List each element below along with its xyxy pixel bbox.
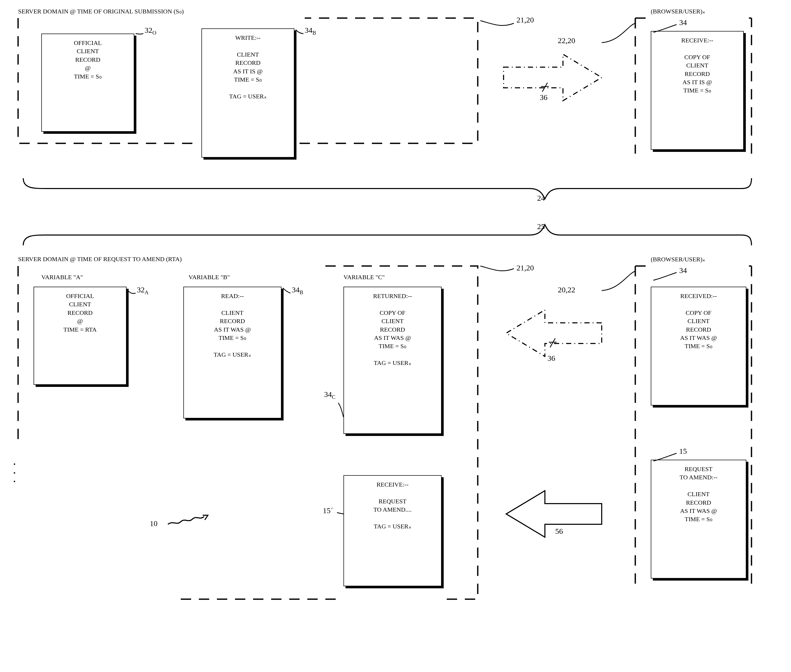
top-receive-copy-box: RECEIVE:-- COPY OF CLIENT RECORD AS IT I… bbox=[651, 31, 744, 150]
ref-34b-top: 34B bbox=[305, 26, 316, 36]
box-variable-a: OFFICIAL CLIENT RECORD @ TIME = RTA bbox=[34, 287, 126, 385]
ref-56: 56 bbox=[555, 527, 563, 536]
ref-34b-bottom: 34B bbox=[292, 285, 303, 296]
top-browser-label: (BROWSER/USER)ₓ bbox=[651, 8, 705, 15]
ref-36-bottom: 36 bbox=[548, 354, 555, 363]
ref-32a: 32A bbox=[137, 285, 149, 296]
ref-10: 10 bbox=[150, 519, 158, 528]
ref-36-top: 36 bbox=[540, 93, 548, 102]
ref-34-top: 34 bbox=[679, 18, 687, 27]
ref-34c: 34C bbox=[324, 390, 336, 400]
ref-15: 15 bbox=[679, 447, 687, 456]
ref-22-20-top: 22,20 bbox=[558, 36, 575, 45]
ref-20-22-bottom: 20,22 bbox=[558, 285, 575, 294]
variable-c-label: VARIABLE "C" bbox=[344, 274, 385, 281]
box-browser-request-amend: REQUEST TO AMEND:-- CLIENT RECORD AS IT … bbox=[651, 460, 746, 579]
top-official-client-record-box: OFFICIAL CLIENT RECORD @ TIME = S₀ bbox=[41, 34, 134, 132]
ref-34-bottom: 34 bbox=[679, 266, 687, 275]
diagram-root: SERVER DOMAIN @ TIME OF ORIGINAL SUBMISS… bbox=[8, 8, 757, 653]
box-variable-c: RETURNED:-- COPY OF CLIENT RECORD AS IT … bbox=[344, 287, 442, 434]
bottom-browser-label: (BROWSER/USER)ₓ bbox=[651, 256, 705, 263]
top-write-client-record-box: WRITE:-- CLIENT RECORD AS IT IS @ TIME =… bbox=[201, 29, 294, 158]
ref-21-20-top: 21,20 bbox=[516, 16, 534, 24]
bottom-server-domain-title: SERVER DOMAIN @ TIME OF REQUEST TO AMEND… bbox=[18, 256, 182, 262]
ref-21-20-bottom: 21,20 bbox=[516, 263, 534, 272]
box-browser-received: RECEIVED:-- COPY OF CLIENT RECORD AS IT … bbox=[651, 287, 746, 405]
ref-24: 24 bbox=[537, 194, 545, 203]
variable-b-label: VARIABLE "B" bbox=[189, 274, 230, 281]
vertical-ellipsis: ··· bbox=[13, 460, 16, 486]
box-variable-b: READ:-- CLIENT RECORD AS IT WAS @ TIME =… bbox=[183, 287, 281, 418]
top-server-domain-title: SERVER DOMAIN @ TIME OF ORIGINAL SUBMISS… bbox=[18, 8, 184, 15]
box-receive-request: RECEIVE:-- REQUEST TO AMEND.... TAG = US… bbox=[344, 475, 442, 586]
ref-32o: 32O bbox=[145, 26, 156, 36]
ref-15-prime: 15´ bbox=[323, 506, 333, 515]
variable-a-label: VARIABLE "A" bbox=[41, 274, 83, 281]
ref-25: 25 bbox=[537, 222, 545, 231]
